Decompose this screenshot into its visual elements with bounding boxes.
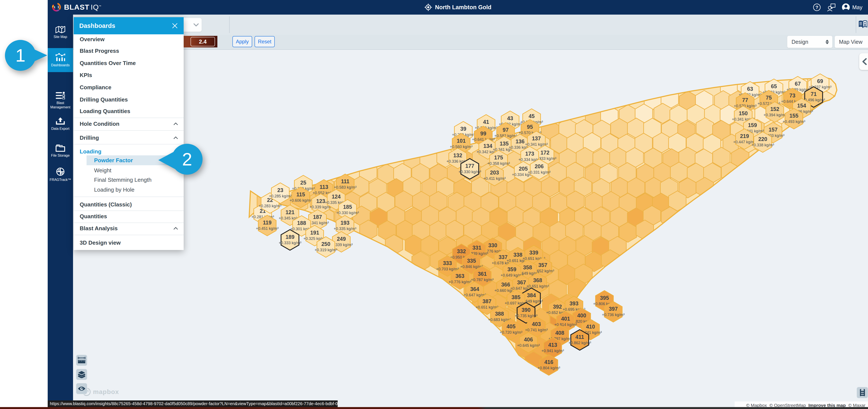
reset-button[interactable]: Reset [254,36,275,47]
map-view-select[interactable]: Map View [835,36,868,48]
help-button[interactable]: ? [813,3,821,11]
svg-text:366: 366 [501,281,510,287]
svg-text:+0.862 kg/m³: +0.862 kg/m³ [568,341,591,345]
svg-text:413: 413 [548,342,557,348]
apply-button[interactable]: Apply [232,36,252,47]
svg-text:154: 154 [797,103,806,109]
svg-text:99: 99 [480,131,486,136]
svg-text:73: 73 [789,93,796,99]
toolbar-divider [856,16,856,33]
menu-divider [74,235,184,235]
svg-text:+0.720 kg/m³: +0.720 kg/m³ [500,330,522,335]
svg-text:41: 41 [483,119,489,125]
menu-item-compliance[interactable]: Compliance [74,81,184,93]
chevron-down-icon [193,23,199,26]
svg-text:+0.804 kg/m³: +0.804 kg/m³ [537,366,560,370]
sidebar-item-data-export[interactable]: Data Export [48,114,73,134]
docs-button[interactable] [858,20,867,29]
svg-text:408: 408 [555,330,564,336]
dashboards-menu-header: Dashboards [74,17,184,34]
svg-text:361: 361 [478,271,487,277]
svg-text:+0.645 kg/m³: +0.645 kg/m³ [517,343,540,348]
map-canvas[interactable]: 63+0.282 kg/m³65+0.283 kg/m³67+0.289 kg/… [73,49,868,409]
svg-text:337: 337 [499,254,507,260]
menu-section-blast-analysis[interactable]: Blast Analysis [74,223,184,234]
svg-text:+0.560 kg/m³: +0.560 kg/m³ [450,145,472,149]
close-icon[interactable] [172,23,178,29]
menu-item-quantities[interactable]: Quantities [74,210,184,222]
sidebar-item-file-storage[interactable]: File Storage [48,141,73,161]
support-button[interactable] [827,3,836,11]
sidebar-item-fragtrack[interactable]: FRAGTrack™ [48,165,73,184]
svg-text:335: 335 [467,258,476,264]
menu-item-quantities-classic[interactable]: Quantities (Classic) [74,199,184,210]
expand-panel-button[interactable] [859,53,868,70]
menu-item-kpis[interactable]: KPIs [74,69,184,81]
svg-text:191: 191 [310,230,319,236]
svg-text:397: 397 [609,306,618,312]
svg-text:+0.651 kg/m³: +0.651 kg/m³ [526,284,549,288]
sidebar-item-blast-management[interactable]: Blast Management [48,90,73,111]
user-menu[interactable]: May [842,3,862,11]
svg-text:137: 137 [532,135,541,141]
svg-text:152: 152 [770,106,779,112]
menu-item-3d-design-view[interactable]: 3D Design view [74,237,184,248]
blast-selector-dropdown[interactable] [181,18,202,32]
design-select[interactable]: Design [787,36,832,48]
svg-text:69: 69 [817,78,823,84]
svg-text:124: 124 [332,194,341,200]
svg-text:185: 185 [343,204,352,210]
svg-text:111: 111 [341,178,349,184]
legend-max-value-input[interactable]: 2.4 [190,37,215,46]
svg-text:136: 136 [516,138,525,144]
site-map-icon [55,26,65,33]
menu-title: Dashboards [79,22,115,29]
svg-text:188: 188 [297,220,306,226]
menu-item-drilling-quantities[interactable]: Drilling Quantities [74,94,184,105]
svg-text:390: 390 [522,307,531,313]
menu-item-quantities-over-time[interactable]: Quantities Over Time [74,57,184,69]
svg-text:403: 403 [532,321,541,327]
menu-section-hole-condition[interactable]: Hole Condition [74,118,184,130]
svg-text:357: 357 [538,262,547,268]
svg-text:338: 338 [514,252,522,258]
knowledge-base-icon [858,20,867,29]
visibility-button[interactable] [76,383,87,395]
svg-text:150: 150 [739,110,748,116]
svg-text:+0.741 kg/m³: +0.741 kg/m³ [525,328,548,332]
svg-text:+0.285 kg/m³: +0.285 kg/m³ [269,194,292,198]
dashboards-menu: Dashboards Overview Blast Progress Quant… [74,17,184,250]
menu-section-drilling[interactable]: Drilling [74,132,184,143]
measure-tool-button[interactable] [76,354,87,366]
menu-item-loading-by-hole[interactable]: Loading by Hole [74,185,184,195]
svg-text:+0.283 kg/m³: +0.283 kg/m³ [259,204,281,208]
filter-row: 2.4 Apply Reset Design Map View [73,35,868,50]
svg-text:+0.338 kg/m³: +0.338 kg/m³ [751,143,774,147]
menu-item-overview[interactable]: Overview [74,33,184,45]
sidebar-item-site-map[interactable]: Site Map [48,21,73,44]
svg-text:172: 172 [540,149,550,156]
layers-button[interactable] [76,369,87,380]
bench-legend-button[interactable] [857,387,868,399]
menu-item-loading-quantities[interactable]: Loading Quantities [74,105,184,117]
svg-text:363: 363 [455,273,464,279]
svg-text:331: 331 [472,245,482,251]
svg-text:75: 75 [766,95,772,101]
blastiq-logo-icon [52,2,61,12]
file-storage-icon [55,144,65,152]
svg-text:?: ? [815,5,818,10]
site-location-icon [424,3,432,11]
svg-text:177: 177 [465,163,474,169]
svg-text:339: 339 [529,249,538,255]
svg-text:411: 411 [576,334,584,340]
toolbar-row [73,14,868,35]
menu-item-blast-progress[interactable]: Blast Progress [74,45,184,57]
mapbox-logo: mapbox [82,387,119,396]
menu-divider [74,144,184,144]
chevron-up-icon [173,123,178,125]
chevron-up-icon [173,136,178,139]
svg-text:132: 132 [453,152,462,158]
menu-item-final-stemming-length[interactable]: Final Stemming Length [74,175,184,185]
sidebar-item-dashboards[interactable]: Dashboards [48,48,73,72]
svg-text:384: 384 [527,292,536,298]
